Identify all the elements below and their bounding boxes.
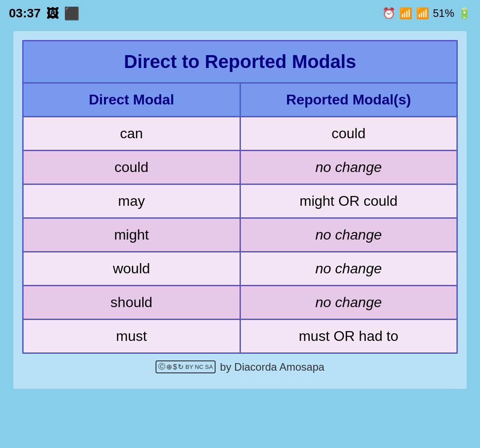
table-row: would no change xyxy=(24,252,456,286)
status-right: ⏰ 📶 📶 51% 🔋 xyxy=(382,7,471,20)
status-bar: 03:37 🖼 ⬛ ⏰ 📶 📶 51% 🔋 xyxy=(0,0,480,27)
table-row: must must OR had to xyxy=(24,320,456,352)
direct-modal-cell: can xyxy=(24,117,241,150)
direct-modal-cell: might xyxy=(24,219,241,251)
footer: Ⓒ ⊕ $ ↻ BY NC SA by Diacorda Amosapa xyxy=(22,354,458,380)
battery-percent: 51% xyxy=(433,7,454,20)
modals-table: Direct to Reported Modals Direct Modal R… xyxy=(22,40,458,354)
wifi-icon: 📶 xyxy=(399,7,412,20)
reported-modal-cell: no change xyxy=(241,219,457,251)
direct-modal-cell: would xyxy=(24,252,241,285)
reported-modal-cell: no change xyxy=(241,286,457,319)
reported-modal-cell: could xyxy=(241,117,457,150)
signal-icon: 📶 xyxy=(416,7,429,20)
attribution-text: by Diacorda Amosapa xyxy=(220,361,324,373)
header-direct-modal: Direct Modal xyxy=(24,84,241,116)
direct-modal-cell: must xyxy=(24,320,241,352)
alarm-icon: ⏰ xyxy=(382,7,396,20)
direct-modal-cell: should xyxy=(24,286,241,319)
nc-icon: $ xyxy=(173,363,177,371)
direct-modal-cell: could xyxy=(24,151,241,184)
cc-icon: Ⓒ xyxy=(158,362,165,372)
sa-icon: ↻ xyxy=(178,363,184,371)
reported-modal-cell: no change xyxy=(241,151,457,184)
table-row: could no change xyxy=(24,151,456,185)
table-row: can could xyxy=(24,117,456,151)
table-title: Direct to Reported Modals xyxy=(24,41,456,84)
status-left: 03:37 🖼 ⬛ xyxy=(9,6,80,21)
reported-modal-cell: no change xyxy=(241,252,457,285)
cc-license-badge: Ⓒ ⊕ $ ↻ BY NC SA xyxy=(156,360,216,373)
direct-modal-cell: may xyxy=(24,185,241,217)
content-area: Direct to Reported Modals Direct Modal R… xyxy=(13,31,467,389)
battery-icon: 🔋 xyxy=(458,7,471,20)
header-reported-modal: Reported Modal(s) xyxy=(241,84,457,116)
table-row: might no change xyxy=(24,219,456,252)
table-header: Direct Modal Reported Modal(s) xyxy=(24,84,456,117)
table-row: may might OR could xyxy=(24,185,456,219)
reported-modal-cell: must OR had to xyxy=(241,320,457,352)
time-display: 03:37 xyxy=(9,6,41,20)
reported-modal-cell: might OR could xyxy=(241,185,457,217)
table-row: should no change xyxy=(24,286,456,320)
display-icon: ⬛ xyxy=(64,6,80,21)
image-icon: 🖼 xyxy=(46,6,59,21)
license-text: BY NC SA xyxy=(185,364,213,370)
by-icon: ⊕ xyxy=(166,363,172,371)
